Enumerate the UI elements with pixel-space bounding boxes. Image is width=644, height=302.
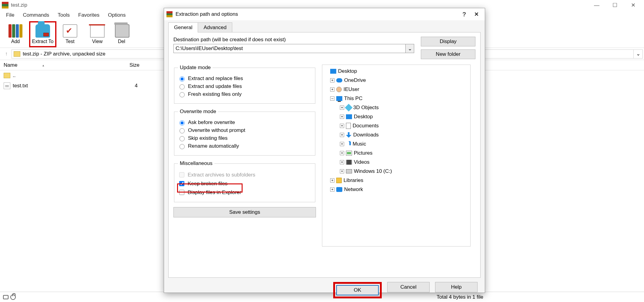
update-mode-legend: Update mode xyxy=(178,65,213,71)
expand-icon[interactable]: + xyxy=(340,124,344,128)
radio-fresh-only[interactable]: Fresh existing files only xyxy=(178,91,311,97)
overwrite-mode-group: Overwrite mode Ask before overwrite Over… xyxy=(174,109,315,156)
save-settings-button[interactable]: Save settings xyxy=(173,207,316,217)
menu-options[interactable]: Options xyxy=(104,11,130,19)
expand-icon[interactable]: + xyxy=(340,115,344,119)
delete-button[interactable]: Del xyxy=(111,21,132,47)
menu-commands[interactable]: Commands xyxy=(18,11,53,19)
expand-icon[interactable]: + xyxy=(340,142,344,146)
collapse-icon[interactable]: – xyxy=(330,96,334,101)
help-button[interactable]: Help xyxy=(435,282,478,292)
expand-icon[interactable]: + xyxy=(330,178,334,183)
folder-tree[interactable]: Desktop +OneDrive +IEUser –This PC +3D O… xyxy=(322,65,471,247)
desktop-icon xyxy=(346,114,352,119)
radio-extract-update[interactable]: Extract and update files xyxy=(178,83,311,89)
lock-icon xyxy=(10,294,16,300)
extract-to-button[interactable]: Extract To xyxy=(29,21,56,47)
expand-icon[interactable]: + xyxy=(340,169,344,173)
trash-icon xyxy=(115,24,129,38)
user-icon xyxy=(336,87,342,92)
zip-icon xyxy=(14,51,20,57)
tree-music[interactable]: Music xyxy=(353,141,366,147)
tree-desktop[interactable]: Desktop xyxy=(338,68,357,74)
column-name[interactable]: Name ▴ xyxy=(0,62,91,68)
tree-cdrive[interactable]: Windows 10 (C:) xyxy=(354,168,392,174)
books-icon xyxy=(8,24,23,38)
new-folder-button[interactable]: New folder xyxy=(421,49,475,59)
pictures-icon xyxy=(346,151,352,156)
tree-videos[interactable]: Videos xyxy=(354,159,370,165)
book-icon xyxy=(90,24,105,38)
dialog-title: Extraction path and options xyxy=(176,11,238,17)
tree-libraries[interactable]: Libraries xyxy=(344,177,363,183)
test-button[interactable]: Test xyxy=(56,21,84,47)
expand-icon[interactable]: + xyxy=(330,87,334,92)
up-button[interactable]: ↑ xyxy=(1,50,12,58)
document-icon xyxy=(346,123,351,129)
expand-icon[interactable]: + xyxy=(340,160,344,164)
tree-desktop-sub[interactable]: Desktop xyxy=(354,114,373,120)
radio-overwrite-noprompt[interactable]: Overwrite without prompt xyxy=(178,127,311,133)
address-dropdown[interactable]: ⌄ xyxy=(634,49,643,59)
highlight-ok: OK xyxy=(333,282,382,298)
desktop-icon xyxy=(330,69,336,74)
winrar-icon xyxy=(2,2,8,8)
tab-advanced[interactable]: Advanced xyxy=(198,22,232,32)
radio-extract-replace[interactable]: Extract and replace files xyxy=(178,76,311,82)
cube-icon xyxy=(345,104,352,111)
tab-general[interactable]: General xyxy=(168,22,198,32)
dialog-close-button[interactable]: ✕ xyxy=(470,11,482,18)
dest-path-dropdown[interactable]: ⌄ xyxy=(406,44,414,53)
test-label: Test xyxy=(65,39,74,44)
delete-label: Del xyxy=(118,39,125,44)
expand-icon[interactable]: + xyxy=(340,106,344,110)
add-button[interactable]: Add xyxy=(2,21,29,47)
dest-path-input[interactable] xyxy=(173,44,406,53)
column-size[interactable]: Size xyxy=(91,62,146,68)
dialog-help-button[interactable]: ? xyxy=(458,11,470,18)
tree-downloads[interactable]: Downloads xyxy=(353,132,379,138)
download-icon xyxy=(346,132,351,138)
tree-3dobjects[interactable]: 3D Objects xyxy=(353,105,379,111)
view-label: View xyxy=(92,39,102,44)
radio-rename-auto[interactable]: Rename automatically xyxy=(178,143,311,149)
update-mode-group: Update mode Extract and replace files Ex… xyxy=(174,65,315,104)
expand-icon[interactable]: + xyxy=(340,151,344,155)
radio-skip-existing[interactable]: Skip existing files xyxy=(178,135,311,141)
extract-to-label: Extract To xyxy=(32,39,54,44)
pc-icon xyxy=(336,96,342,101)
tree-documents[interactable]: Documents xyxy=(353,123,379,129)
expand-icon[interactable]: + xyxy=(330,78,334,82)
tree-ieuser[interactable]: IEUser xyxy=(344,86,359,92)
address-text: test.zip - ZIP archive, unpacked size xyxy=(23,51,106,57)
tree-onedrive[interactable]: OneDrive xyxy=(344,77,366,83)
tree-network[interactable]: Network xyxy=(344,186,363,193)
winrar-icon xyxy=(166,11,173,17)
expand-icon[interactable]: + xyxy=(330,187,334,192)
tab-panel-general: Destination path (will be created if doe… xyxy=(168,32,481,278)
add-label: Add xyxy=(11,39,20,44)
tree-pictures[interactable]: Pictures xyxy=(354,150,372,156)
menu-file[interactable]: File xyxy=(2,11,18,19)
dialog-titlebar: Extraction path and options ? ✕ xyxy=(164,8,485,20)
tree-thispc[interactable]: This PC xyxy=(344,96,362,102)
sort-indicator-icon: ▴ xyxy=(42,63,44,67)
music-icon xyxy=(346,141,351,147)
view-button[interactable]: View xyxy=(84,21,111,47)
expand-icon[interactable]: + xyxy=(340,133,344,137)
maximize-button[interactable]: ☐ xyxy=(606,1,624,9)
highlight-keep-broken xyxy=(177,183,243,193)
minimize-button[interactable]: — xyxy=(588,1,606,9)
cancel-button[interactable]: Cancel xyxy=(387,282,430,292)
menu-tools[interactable]: Tools xyxy=(53,11,74,19)
window-title: test.zip xyxy=(11,2,27,8)
close-button[interactable]: ✕ xyxy=(624,1,642,9)
overwrite-mode-legend: Overwrite mode xyxy=(178,109,218,115)
radio-ask-overwrite[interactable]: Ask before overwrite xyxy=(178,119,311,126)
libraries-icon xyxy=(336,178,342,183)
drive-icon xyxy=(346,169,352,173)
menu-favorites[interactable]: Favorites xyxy=(74,11,104,19)
display-button[interactable]: Display xyxy=(421,37,475,46)
ok-button[interactable]: OK xyxy=(336,285,379,295)
folder-up-icon xyxy=(4,73,10,78)
